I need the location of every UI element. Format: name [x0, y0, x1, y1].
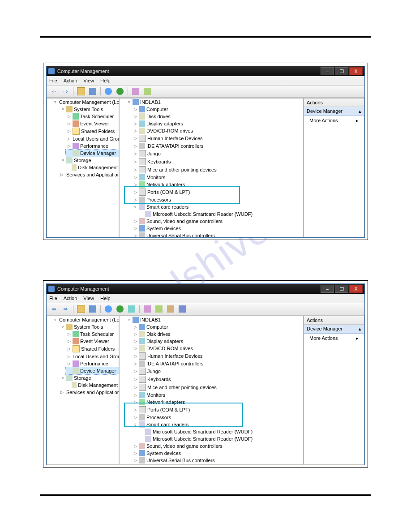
nav-root[interactable]: ▿ Computer Management (Local: [53, 316, 119, 323]
expander-icon[interactable]: ▿: [127, 317, 131, 322]
device-sound[interactable]: ▷Sound, video and game controllers: [132, 442, 303, 450]
device-dvd[interactable]: ▷DVD/CD-ROM drives: [132, 127, 303, 134]
expander-icon[interactable]: ▷: [67, 361, 71, 366]
nav-task-scheduler[interactable]: ▷Task Scheduler: [66, 113, 119, 120]
expander-icon[interactable]: ▷: [67, 121, 71, 126]
expander-icon[interactable]: ▿: [60, 376, 65, 380]
expander-icon[interactable]: ▷: [67, 339, 71, 343]
actions-section[interactable]: Device Manager ▴: [304, 325, 364, 334]
device-hid[interactable]: ▷Human Interface Devices: [132, 134, 303, 142]
expander-icon[interactable]: ▷: [133, 377, 137, 382]
device-processors[interactable]: ▷Processors: [132, 196, 303, 203]
expander-icon[interactable]: ▷: [133, 346, 137, 351]
nav-system-tools[interactable]: ▿ System Tools: [60, 323, 119, 330]
nav-services-apps[interactable]: ▷Services and Applications: [60, 389, 119, 396]
device-smart-card-readers[interactable]: ▿Smart card readers: [132, 421, 303, 428]
refresh-button[interactable]: [115, 86, 125, 96]
collapse-icon[interactable]: ▴: [359, 326, 361, 332]
help-button[interactable]: [103, 304, 114, 314]
toolbar-extra-button[interactable]: [130, 86, 141, 96]
expander-icon[interactable]: ▷: [133, 400, 137, 404]
device-dvd[interactable]: ▷DVD/CD-ROM drives: [132, 345, 303, 352]
device-display[interactable]: ▷Display adapters: [132, 120, 303, 127]
refresh-button[interactable]: [115, 304, 125, 314]
device-ide[interactable]: ▷IDE ATA/ATAPI controllers: [132, 142, 303, 150]
expander-icon[interactable]: ▷: [133, 121, 137, 126]
maximize-button[interactable]: ❐: [335, 67, 348, 75]
expander-icon[interactable]: ▷: [133, 451, 137, 455]
device-usb[interactable]: ▷Universal Serial Bus controllers: [132, 457, 303, 464]
close-button[interactable]: X: [349, 285, 363, 293]
titlebar[interactable]: Computer Management – ❐ X: [47, 66, 364, 76]
maximize-button[interactable]: ❐: [335, 285, 348, 293]
expander-icon[interactable]: ▷: [133, 325, 137, 329]
more-actions[interactable]: More Actions ▸: [304, 116, 364, 125]
device-system[interactable]: ▷System devices: [132, 450, 303, 457]
menu-help[interactable]: Help: [100, 296, 111, 301]
more-actions[interactable]: More Actions ▸: [304, 334, 364, 343]
device-disk-drives[interactable]: ▷Disk drives: [132, 113, 303, 120]
expander-icon[interactable]: ▿: [60, 107, 65, 112]
nav-system-tools[interactable]: ▿ System Tools: [60, 106, 119, 113]
expander-icon[interactable]: ▷: [60, 172, 64, 177]
back-button[interactable]: ⇦: [48, 86, 59, 96]
collapse-icon[interactable]: ▴: [359, 108, 361, 114]
nav-device-manager[interactable]: Device Manager: [66, 150, 119, 157]
expander-icon[interactable]: ▿: [133, 205, 137, 209]
expander-icon[interactable]: ▷: [133, 151, 137, 156]
toolbar-extra-button[interactable]: [142, 304, 153, 314]
device-network[interactable]: ▷Network adapters: [132, 399, 303, 406]
toolbar-extra-button[interactable]: [154, 304, 164, 314]
device-processors[interactable]: ▷Processors: [132, 414, 303, 421]
show-hide-tree-button[interactable]: [76, 86, 86, 96]
nav-disk-management[interactable]: Disk Management: [66, 164, 119, 171]
expander-icon[interactable]: ▿: [54, 317, 56, 322]
properties-button[interactable]: [87, 86, 98, 96]
nav-performance[interactable]: ▷Performance: [66, 360, 119, 367]
expander-icon[interactable]: ▷: [133, 393, 137, 397]
forward-button[interactable]: ⇨: [60, 304, 71, 314]
nav-local-users[interactable]: ▷Local Users and Groups: [66, 135, 119, 142]
nav-event-viewer[interactable]: ▷Event Viewer: [66, 338, 119, 345]
expander-icon[interactable]: ▷: [133, 136, 137, 141]
device-root[interactable]: ▿ INDLAB1: [126, 99, 303, 106]
expander-icon[interactable]: ▷: [133, 167, 137, 172]
toolbar-extra-button[interactable]: [142, 86, 153, 96]
show-hide-tree-button[interactable]: [76, 304, 86, 314]
back-button[interactable]: ⇦: [48, 304, 59, 314]
device-smartcard-reader[interactable]: Microsoft Usbccid Smartcard Reader (WUDF…: [138, 435, 303, 442]
minimize-button[interactable]: –: [321, 67, 334, 75]
expander-icon[interactable]: ▷: [67, 144, 71, 148]
nav-device-manager[interactable]: Device Manager: [66, 367, 119, 374]
expander-icon[interactable]: ▷: [67, 114, 71, 119]
device-network[interactable]: ▷Network adapters: [132, 181, 303, 188]
expander-icon[interactable]: ▷: [133, 458, 137, 463]
device-smart-card-readers[interactable]: ▿Smart card readers: [132, 203, 303, 210]
device-sound[interactable]: ▷Sound, video and game controllers: [132, 218, 303, 225]
device-mice[interactable]: ▷Mice and other pointing devices: [132, 166, 303, 174]
menu-file[interactable]: File: [49, 78, 57, 83]
close-button[interactable]: X: [349, 67, 363, 75]
expander-icon[interactable]: ▷: [133, 415, 137, 420]
expander-icon[interactable]: ▷: [133, 107, 137, 112]
device-display[interactable]: ▷Display adapters: [132, 338, 303, 345]
expander-icon[interactable]: ▷: [133, 190, 137, 194]
expander-icon[interactable]: ▷: [133, 339, 137, 343]
minimize-button[interactable]: –: [321, 285, 334, 293]
toolbar-extra-button[interactable]: [126, 304, 137, 314]
expander-icon[interactable]: ▷: [60, 390, 64, 395]
expander-icon[interactable]: ▷: [67, 137, 70, 141]
expander-icon[interactable]: ▷: [67, 347, 71, 351]
help-button[interactable]: [103, 86, 114, 96]
expander-icon[interactable]: ▷: [133, 144, 137, 148]
expander-icon[interactable]: ▷: [67, 354, 70, 359]
expander-icon[interactable]: ▷: [133, 114, 137, 119]
expander-icon[interactable]: ▷: [133, 408, 137, 412]
expander-icon[interactable]: ▿: [60, 158, 65, 163]
nav-disk-management[interactable]: Disk Management: [66, 382, 119, 389]
expander-icon[interactable]: ▷: [67, 332, 71, 336]
nav-event-viewer[interactable]: ▷Event Viewer: [66, 120, 119, 127]
expander-icon[interactable]: ▷: [133, 332, 137, 336]
nav-shared-folders[interactable]: ▷Shared Folders: [66, 345, 119, 353]
actions-section[interactable]: Device Manager ▴: [304, 107, 364, 116]
